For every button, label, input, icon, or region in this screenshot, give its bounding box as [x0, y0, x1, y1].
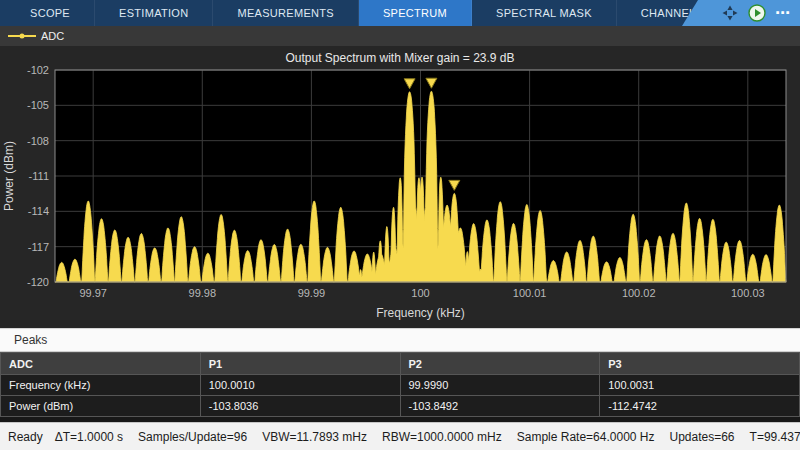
status-rbw: RBW=1000.0000 mHz — [382, 430, 502, 444]
peaks-table-header-row: ADC P1 P2 P3 — [1, 353, 800, 375]
legend-item-adc[interactable]: ADC — [8, 30, 64, 42]
svg-text:-114: -114 — [28, 205, 49, 217]
status-sample-rate: Sample Rate=64.0000 Hz — [517, 430, 655, 444]
svg-text:99.97: 99.97 — [79, 287, 107, 299]
simulation-controls: ⋯ — [682, 0, 800, 26]
tab-estimation[interactable]: ESTIMATION — [95, 0, 213, 26]
svg-text:Power (dBm): Power (dBm) — [2, 141, 16, 211]
spectrum-plot[interactable]: 99.9799.9899.99100100.01100.02100.03-102… — [0, 46, 800, 328]
svg-text:100.02: 100.02 — [622, 287, 656, 299]
cell-p3-frequency: 100.0031 — [600, 375, 800, 396]
column-header-p3: P3 — [600, 353, 800, 375]
peaks-table: ADC P1 P2 P3 Frequency (kHz) 100.0010 99… — [0, 352, 800, 417]
svg-text:100: 100 — [411, 287, 429, 299]
row-label: Frequency (kHz) — [1, 375, 201, 396]
column-header-p2: P2 — [400, 353, 600, 375]
svg-text:-117: -117 — [28, 241, 49, 253]
peaks-panel-header[interactable]: Peaks — [0, 328, 800, 352]
status-updates: Updates=66 — [669, 430, 734, 444]
svg-text:-105: -105 — [27, 99, 49, 111]
status-vbw: VBW=11.7893 mHz — [262, 430, 367, 444]
cell-p1-power: -103.8036 — [200, 396, 400, 417]
column-header-p1: P1 — [200, 353, 400, 375]
peaks-panel: ADC P1 P2 P3 Frequency (kHz) 100.0010 99… — [0, 352, 800, 422]
svg-text:-102: -102 — [27, 64, 49, 76]
svg-text:-108: -108 — [27, 135, 49, 147]
spectrum-display[interactable]: Output Spectrum with Mixer gain = 23.9 d… — [0, 46, 800, 328]
tab-scope[interactable]: SCOPE — [6, 0, 95, 26]
cell-p2-power: -103.8492 — [400, 396, 600, 417]
table-row-frequency: Frequency (kHz) 100.0010 99.9990 100.003… — [1, 375, 800, 396]
status-samples-per-update: Samples/Update=96 — [138, 430, 247, 444]
peaks-panel-title: Peaks — [14, 333, 47, 347]
toolstrip-tab-bar: SCOPE ESTIMATION MEASUREMENTS SPECTRUM S… — [0, 0, 800, 26]
simulation-controls-icon[interactable] — [721, 4, 739, 22]
cell-p2-frequency: 99.9990 — [400, 375, 600, 396]
status-time: T=99.4375 — [750, 430, 800, 444]
run-icon[interactable] — [748, 4, 766, 22]
cell-p3-power: -112.4742 — [600, 396, 800, 417]
more-options-icon[interactable]: ⋯ — [775, 4, 790, 22]
row-label: Power (dBm) — [1, 396, 201, 417]
svg-text:100.03: 100.03 — [731, 287, 765, 299]
tab-spectral-mask[interactable]: SPECTRAL MASK — [472, 0, 617, 26]
tab-measurements[interactable]: MEASUREMENTS — [213, 0, 359, 26]
status-delta-t: ΔT=1.0000 s — [55, 430, 123, 444]
tab-spectrum[interactable]: SPECTRUM — [359, 0, 472, 26]
spectrum-analyzer-window: SCOPE ESTIMATION MEASUREMENTS SPECTRUM S… — [0, 0, 800, 450]
status-bar: Ready ΔT=1.0000 s Samples/Update=96 VBW=… — [0, 422, 800, 450]
svg-text:99.98: 99.98 — [189, 287, 217, 299]
trace-color-swatch-icon — [8, 35, 36, 37]
table-row-power: Power (dBm) -103.8036 -103.8492 -112.474… — [1, 396, 800, 417]
cell-p1-frequency: 100.0010 — [200, 375, 400, 396]
legend-label: ADC — [41, 30, 64, 42]
svg-text:100.01: 100.01 — [513, 287, 547, 299]
svg-text:Frequency (kHz): Frequency (kHz) — [376, 306, 465, 320]
column-header-adc: ADC — [1, 353, 201, 375]
svg-text:99.99: 99.99 — [298, 287, 326, 299]
svg-text:-111: -111 — [29, 170, 49, 182]
legend: ADC — [0, 26, 800, 46]
status-ready: Ready — [8, 430, 43, 444]
svg-text:-120: -120 — [27, 276, 49, 288]
